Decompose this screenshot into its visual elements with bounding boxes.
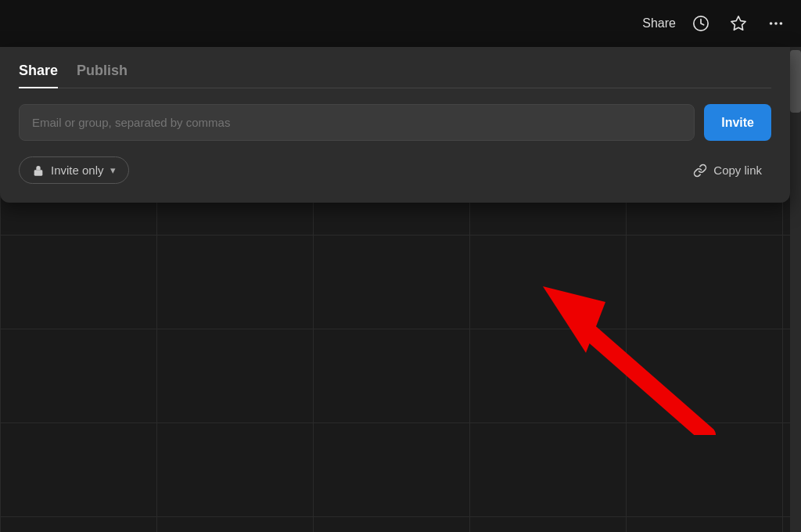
copy-link-button[interactable]: Copy link	[684, 157, 771, 184]
history-icon[interactable]	[688, 11, 713, 36]
invite-button[interactable]: Invite	[704, 104, 771, 141]
email-input-row: Invite	[19, 104, 771, 141]
scrollbar[interactable]	[790, 47, 801, 532]
share-modal: Share Publish Invite Invite only ▾ Copy …	[0, 47, 790, 203]
copy-link-label: Copy link	[713, 164, 762, 177]
link-icon	[693, 164, 707, 178]
scrollbar-thumb[interactable]	[790, 50, 801, 113]
lock-icon	[32, 164, 45, 177]
invite-only-label: Invite only	[51, 164, 104, 177]
star-icon[interactable]	[726, 11, 751, 36]
svg-marker-1	[731, 16, 745, 30]
bottom-row: Invite only ▾ Copy link	[19, 156, 771, 184]
more-options-icon[interactable]	[763, 11, 788, 36]
invite-only-dropdown[interactable]: Invite only ▾	[19, 156, 129, 184]
svg-point-4	[780, 22, 783, 25]
chevron-down-icon: ▾	[110, 164, 116, 176]
svg-point-3	[774, 22, 778, 25]
svg-point-2	[770, 22, 773, 25]
modal-tabs: Share Publish	[19, 63, 771, 88]
tab-share[interactable]: Share	[19, 63, 58, 88]
topbar-share-label: Share	[642, 16, 676, 31]
email-input[interactable]	[19, 104, 695, 141]
tab-publish[interactable]: Publish	[77, 63, 128, 88]
top-bar: Share	[0, 0, 801, 47]
